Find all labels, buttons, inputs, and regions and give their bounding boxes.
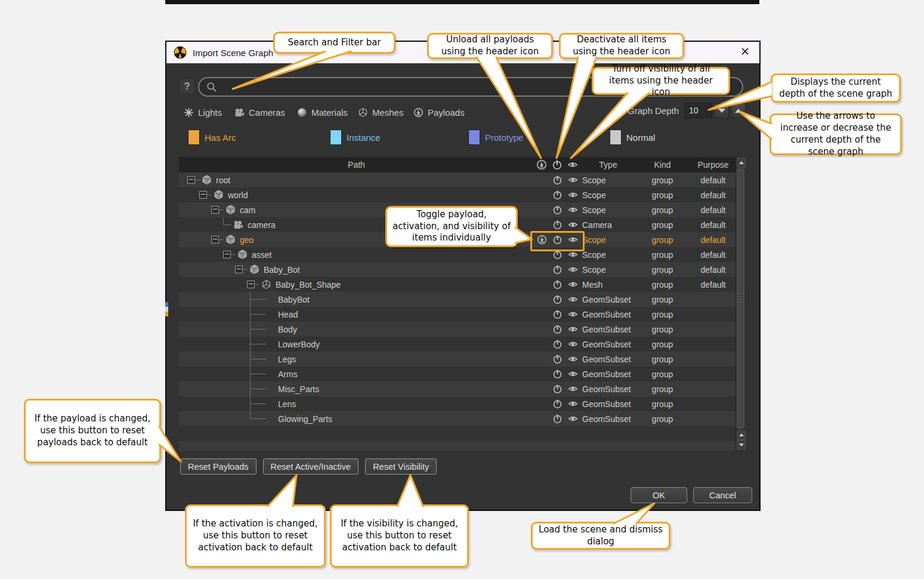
column-header-type[interactable]: Type xyxy=(580,160,634,170)
filter-item-payloads[interactable]: Payloads xyxy=(413,105,465,119)
activation-toggle-icon[interactable] xyxy=(552,369,563,379)
legend-item-prototype: Prototype xyxy=(468,130,523,145)
activation-toggle-icon[interactable] xyxy=(552,294,563,304)
unload-all-payloads-icon[interactable] xyxy=(536,159,547,170)
activation-toggle-icon[interactable] xyxy=(552,339,563,349)
visibility-toggle-icon[interactable] xyxy=(568,264,578,275)
table-row[interactable]: LensGeomSubsetgroup xyxy=(179,396,736,411)
visibility-toggle-icon[interactable] xyxy=(568,324,578,334)
activation-toggle-icon[interactable] xyxy=(552,279,563,290)
table-row[interactable]: Glowing_PartsGeomSubsetgroup xyxy=(179,411,736,426)
payload-toggle-icon[interactable] xyxy=(537,235,547,245)
visibility-toggle-icon[interactable] xyxy=(568,220,578,230)
reset-visibility-button[interactable]: Reset Visibility xyxy=(365,458,437,475)
vertical-scrollbar[interactable] xyxy=(736,157,745,451)
expander-icon[interactable] xyxy=(235,266,243,273)
visibility-toggle-icon[interactable] xyxy=(568,250,578,260)
callout-unload: Unload all payloads using the header ico… xyxy=(427,33,553,59)
legend-swatch xyxy=(468,130,480,145)
filter-item-lights[interactable]: Lights xyxy=(184,105,222,119)
cell-type: Scope xyxy=(580,235,634,245)
cell-purpose: default xyxy=(691,220,736,230)
reset-active-inactive-button[interactable]: Reset Active/Inactive xyxy=(263,458,359,475)
ok-button[interactable]: OK xyxy=(631,487,687,503)
visibility-toggle-icon[interactable] xyxy=(568,414,578,424)
table-row[interactable]: LowerBodyGeomSubsetgroup xyxy=(179,337,736,352)
visibility-toggle-icon[interactable] xyxy=(568,175,578,185)
activation-toggle-icon[interactable] xyxy=(552,324,563,334)
visibility-toggle-icon[interactable] xyxy=(568,205,578,215)
table-row[interactable]: assetScopegroupdefault xyxy=(179,247,736,262)
visibility-toggle-icon[interactable] xyxy=(568,384,578,394)
expander-icon[interactable] xyxy=(199,191,207,199)
expander-icon[interactable] xyxy=(247,281,255,288)
dialog-content: ? LightsCamerasMaterialsMeshesPayloads G… xyxy=(166,63,759,510)
depth-decrease-button[interactable] xyxy=(714,103,729,118)
activation-toggle-icon[interactable] xyxy=(552,175,563,185)
reset-buttons-row: Reset Payloads Reset Active/Inactive Res… xyxy=(180,458,437,475)
activation-toggle-icon[interactable] xyxy=(552,384,563,394)
depth-increase-button[interactable] xyxy=(731,103,746,118)
legend-item-normal: Normal xyxy=(610,130,655,145)
cell-kind: group xyxy=(634,250,691,260)
activation-toggle-icon[interactable] xyxy=(552,399,563,409)
visibility-all-icon[interactable] xyxy=(567,159,578,170)
column-header-kind[interactable]: Kind xyxy=(634,160,691,170)
scroll-up-button-bottom[interactable] xyxy=(737,430,746,440)
close-icon[interactable]: ✕ xyxy=(740,45,750,58)
visibility-toggle-icon[interactable] xyxy=(568,354,578,364)
activation-toggle-icon[interactable] xyxy=(552,354,563,364)
callout-depth-arrows: Use the arrows to increase or decrease t… xyxy=(770,113,902,155)
table-row[interactable]: rootScopegroupdefault xyxy=(179,173,736,187)
table-row[interactable]: BabyBotGeomSubsetgroup xyxy=(179,292,736,307)
filter-item-cameras[interactable]: Cameras xyxy=(234,105,285,119)
legend-label: Prototype xyxy=(485,133,523,143)
table-row[interactable]: BodyGeomSubsetgroup xyxy=(179,322,736,337)
visibility-toggle-icon[interactable] xyxy=(568,294,578,304)
expander-icon[interactable] xyxy=(187,176,195,184)
activation-toggle-icon[interactable] xyxy=(552,190,563,200)
table-row[interactable]: ArmsGeomSubsetgroup xyxy=(179,367,736,381)
top-edge-strip xyxy=(165,0,759,4)
dialog-title: Import Scene Graph xyxy=(193,48,273,58)
visibility-toggle-icon[interactable] xyxy=(568,369,578,379)
table-row[interactable]: HeadGeomSubsetgroup xyxy=(179,307,736,322)
activation-toggle-icon[interactable] xyxy=(552,220,563,230)
visibility-toggle-icon[interactable] xyxy=(568,279,578,290)
visibility-toggle-icon[interactable] xyxy=(568,309,578,319)
expander-icon[interactable] xyxy=(211,236,219,244)
visibility-toggle-icon[interactable] xyxy=(568,190,578,200)
chevron-up-icon xyxy=(735,109,742,113)
table-row[interactable]: Baby_BotScopegroupdefault xyxy=(179,262,736,277)
reset-payloads-button[interactable]: Reset Payloads xyxy=(180,458,257,475)
column-header-path[interactable]: Path xyxy=(179,157,534,173)
filter-item-meshes[interactable]: Meshes xyxy=(358,105,404,119)
table-row[interactable]: worldScopegroupdefault xyxy=(179,187,736,202)
activation-toggle-icon[interactable] xyxy=(552,264,563,275)
activation-toggle-icon[interactable] xyxy=(552,205,563,215)
grip-dots-icon xyxy=(737,292,744,304)
table-row[interactable]: Misc_PartsGeomSubsetgroup xyxy=(179,381,736,396)
table-row[interactable]: Baby_Bot_ShapeMeshgroupdefault xyxy=(179,277,736,292)
activation-toggle-icon[interactable] xyxy=(552,309,563,319)
expander-icon[interactable] xyxy=(211,206,219,214)
activation-toggle-icon[interactable] xyxy=(552,235,563,245)
column-header-purpose[interactable]: Purpose xyxy=(691,160,736,170)
scroll-up-button[interactable] xyxy=(737,158,746,168)
visibility-toggle-icon[interactable] xyxy=(568,235,578,245)
filter-label: Materials xyxy=(311,107,348,118)
visibility-toggle-icon[interactable] xyxy=(568,399,578,409)
cell-kind: group xyxy=(634,414,691,424)
cancel-button[interactable]: Cancel xyxy=(693,487,752,503)
filter-item-materials[interactable]: Materials xyxy=(297,105,348,119)
expander-icon[interactable] xyxy=(223,251,231,258)
help-button[interactable]: ? xyxy=(179,78,195,94)
table-row[interactable]: LegsGeomSubsetgroup xyxy=(179,352,736,367)
scroll-down-button[interactable] xyxy=(737,440,746,450)
visibility-toggle-icon[interactable] xyxy=(568,339,578,349)
deactivate-all-icon[interactable] xyxy=(552,159,563,170)
graph-depth-input[interactable] xyxy=(684,103,712,118)
scrollbar-thumb[interactable] xyxy=(737,168,744,429)
activation-toggle-icon[interactable] xyxy=(552,414,563,424)
activation-toggle-icon[interactable] xyxy=(552,250,563,260)
